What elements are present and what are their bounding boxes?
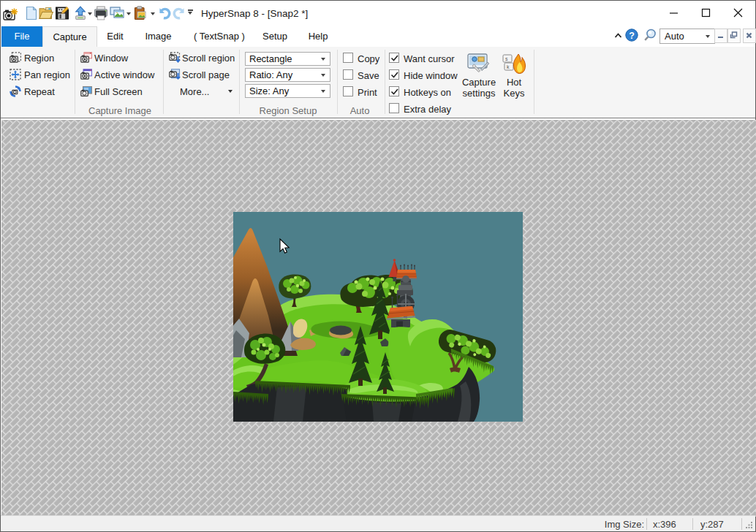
svg-text:s: s <box>505 56 508 61</box>
svg-text:?: ? <box>629 31 635 41</box>
svg-text:k: k <box>507 64 510 69</box>
